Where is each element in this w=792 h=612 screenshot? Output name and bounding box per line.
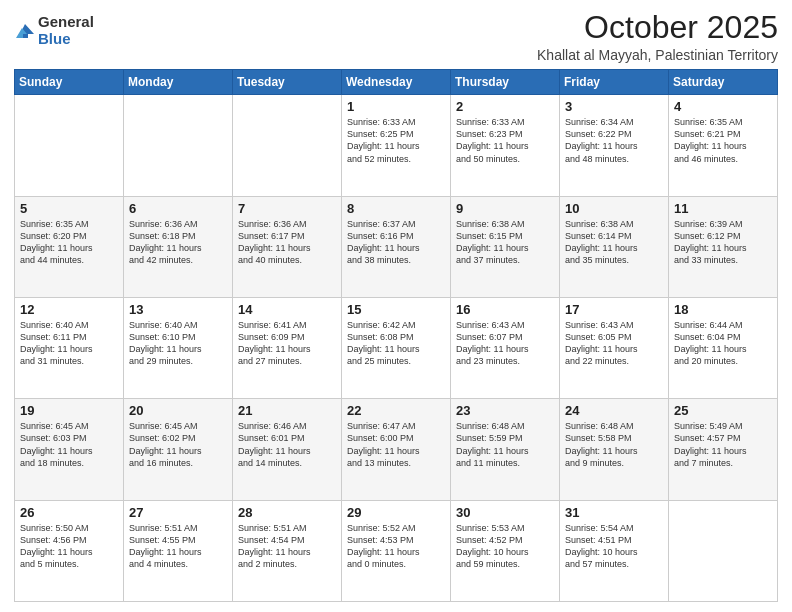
calendar-week-5: 26Sunrise: 5:50 AM Sunset: 4:56 PM Dayli… — [15, 500, 778, 601]
day-number: 29 — [347, 505, 445, 520]
calendar-cell: 26Sunrise: 5:50 AM Sunset: 4:56 PM Dayli… — [15, 500, 124, 601]
day-number: 19 — [20, 403, 118, 418]
calendar-week-3: 12Sunrise: 6:40 AM Sunset: 6:11 PM Dayli… — [15, 297, 778, 398]
day-info: Sunrise: 6:43 AM Sunset: 6:05 PM Dayligh… — [565, 319, 663, 368]
calendar-cell: 5Sunrise: 6:35 AM Sunset: 6:20 PM Daylig… — [15, 196, 124, 297]
page: General Blue October 2025 Khallat al May… — [0, 0, 792, 612]
day-info: Sunrise: 6:38 AM Sunset: 6:15 PM Dayligh… — [456, 218, 554, 267]
calendar-cell: 1Sunrise: 6:33 AM Sunset: 6:25 PM Daylig… — [342, 95, 451, 196]
logo-blue: Blue — [38, 31, 94, 48]
calendar-cell: 14Sunrise: 6:41 AM Sunset: 6:09 PM Dayli… — [233, 297, 342, 398]
day-info: Sunrise: 6:43 AM Sunset: 6:07 PM Dayligh… — [456, 319, 554, 368]
calendar-cell: 13Sunrise: 6:40 AM Sunset: 6:10 PM Dayli… — [124, 297, 233, 398]
day-info: Sunrise: 5:52 AM Sunset: 4:53 PM Dayligh… — [347, 522, 445, 571]
calendar-cell: 11Sunrise: 6:39 AM Sunset: 6:12 PM Dayli… — [669, 196, 778, 297]
day-number: 17 — [565, 302, 663, 317]
day-number: 9 — [456, 201, 554, 216]
calendar-cell: 31Sunrise: 5:54 AM Sunset: 4:51 PM Dayli… — [560, 500, 669, 601]
calendar-cell: 30Sunrise: 5:53 AM Sunset: 4:52 PM Dayli… — [451, 500, 560, 601]
day-info: Sunrise: 6:48 AM Sunset: 5:59 PM Dayligh… — [456, 420, 554, 469]
day-info: Sunrise: 6:37 AM Sunset: 6:16 PM Dayligh… — [347, 218, 445, 267]
calendar-cell: 29Sunrise: 5:52 AM Sunset: 4:53 PM Dayli… — [342, 500, 451, 601]
day-info: Sunrise: 6:45 AM Sunset: 6:03 PM Dayligh… — [20, 420, 118, 469]
calendar-cell: 17Sunrise: 6:43 AM Sunset: 6:05 PM Dayli… — [560, 297, 669, 398]
calendar-cell: 2Sunrise: 6:33 AM Sunset: 6:23 PM Daylig… — [451, 95, 560, 196]
day-info: Sunrise: 6:42 AM Sunset: 6:08 PM Dayligh… — [347, 319, 445, 368]
calendar-cell: 27Sunrise: 5:51 AM Sunset: 4:55 PM Dayli… — [124, 500, 233, 601]
calendar-header-row: SundayMondayTuesdayWednesdayThursdayFrid… — [15, 70, 778, 95]
day-number: 2 — [456, 99, 554, 114]
day-number: 26 — [20, 505, 118, 520]
calendar-cell: 9Sunrise: 6:38 AM Sunset: 6:15 PM Daylig… — [451, 196, 560, 297]
day-info: Sunrise: 6:45 AM Sunset: 6:02 PM Dayligh… — [129, 420, 227, 469]
day-number: 15 — [347, 302, 445, 317]
day-info: Sunrise: 6:33 AM Sunset: 6:23 PM Dayligh… — [456, 116, 554, 165]
day-number: 3 — [565, 99, 663, 114]
day-info: Sunrise: 6:35 AM Sunset: 6:21 PM Dayligh… — [674, 116, 772, 165]
day-info: Sunrise: 6:36 AM Sunset: 6:17 PM Dayligh… — [238, 218, 336, 267]
calendar-cell: 10Sunrise: 6:38 AM Sunset: 6:14 PM Dayli… — [560, 196, 669, 297]
day-number: 22 — [347, 403, 445, 418]
location-title: Khallat al Mayyah, Palestinian Territory — [537, 47, 778, 63]
day-info: Sunrise: 6:44 AM Sunset: 6:04 PM Dayligh… — [674, 319, 772, 368]
calendar-header-thursday: Thursday — [451, 70, 560, 95]
day-number: 14 — [238, 302, 336, 317]
calendar-header-tuesday: Tuesday — [233, 70, 342, 95]
day-number: 10 — [565, 201, 663, 216]
day-number: 8 — [347, 201, 445, 216]
calendar-cell: 28Sunrise: 5:51 AM Sunset: 4:54 PM Dayli… — [233, 500, 342, 601]
calendar-cell: 4Sunrise: 6:35 AM Sunset: 6:21 PM Daylig… — [669, 95, 778, 196]
day-number: 25 — [674, 403, 772, 418]
logo-text: General Blue — [38, 14, 94, 47]
day-info: Sunrise: 6:47 AM Sunset: 6:00 PM Dayligh… — [347, 420, 445, 469]
logo-general: General — [38, 14, 94, 31]
day-number: 6 — [129, 201, 227, 216]
day-number: 13 — [129, 302, 227, 317]
calendar-cell: 6Sunrise: 6:36 AM Sunset: 6:18 PM Daylig… — [124, 196, 233, 297]
day-number: 30 — [456, 505, 554, 520]
calendar-week-2: 5Sunrise: 6:35 AM Sunset: 6:20 PM Daylig… — [15, 196, 778, 297]
day-info: Sunrise: 5:51 AM Sunset: 4:54 PM Dayligh… — [238, 522, 336, 571]
calendar-cell: 24Sunrise: 6:48 AM Sunset: 5:58 PM Dayli… — [560, 399, 669, 500]
day-info: Sunrise: 6:48 AM Sunset: 5:58 PM Dayligh… — [565, 420, 663, 469]
day-info: Sunrise: 6:35 AM Sunset: 6:20 PM Dayligh… — [20, 218, 118, 267]
calendar-cell — [15, 95, 124, 196]
calendar-week-1: 1Sunrise: 6:33 AM Sunset: 6:25 PM Daylig… — [15, 95, 778, 196]
logo-icon — [14, 20, 36, 42]
day-info: Sunrise: 6:39 AM Sunset: 6:12 PM Dayligh… — [674, 218, 772, 267]
calendar-cell: 23Sunrise: 6:48 AM Sunset: 5:59 PM Dayli… — [451, 399, 560, 500]
day-number: 24 — [565, 403, 663, 418]
day-number: 16 — [456, 302, 554, 317]
day-info: Sunrise: 5:53 AM Sunset: 4:52 PM Dayligh… — [456, 522, 554, 571]
calendar-cell: 3Sunrise: 6:34 AM Sunset: 6:22 PM Daylig… — [560, 95, 669, 196]
day-info: Sunrise: 6:40 AM Sunset: 6:11 PM Dayligh… — [20, 319, 118, 368]
day-number: 1 — [347, 99, 445, 114]
logo: General Blue — [14, 14, 94, 47]
calendar-cell: 22Sunrise: 6:47 AM Sunset: 6:00 PM Dayli… — [342, 399, 451, 500]
day-number: 23 — [456, 403, 554, 418]
calendar-cell — [124, 95, 233, 196]
day-number: 11 — [674, 201, 772, 216]
calendar-cell: 16Sunrise: 6:43 AM Sunset: 6:07 PM Dayli… — [451, 297, 560, 398]
day-number: 21 — [238, 403, 336, 418]
day-number: 20 — [129, 403, 227, 418]
day-info: Sunrise: 6:36 AM Sunset: 6:18 PM Dayligh… — [129, 218, 227, 267]
day-number: 4 — [674, 99, 772, 114]
calendar-cell — [233, 95, 342, 196]
calendar-cell: 8Sunrise: 6:37 AM Sunset: 6:16 PM Daylig… — [342, 196, 451, 297]
calendar-cell: 21Sunrise: 6:46 AM Sunset: 6:01 PM Dayli… — [233, 399, 342, 500]
calendar-table: SundayMondayTuesdayWednesdayThursdayFrid… — [14, 69, 778, 602]
calendar-header-wednesday: Wednesday — [342, 70, 451, 95]
header: General Blue October 2025 Khallat al May… — [14, 10, 778, 63]
day-info: Sunrise: 5:49 AM Sunset: 4:57 PM Dayligh… — [674, 420, 772, 469]
day-number: 28 — [238, 505, 336, 520]
day-number: 5 — [20, 201, 118, 216]
calendar-cell: 12Sunrise: 6:40 AM Sunset: 6:11 PM Dayli… — [15, 297, 124, 398]
day-number: 31 — [565, 505, 663, 520]
calendar-cell: 15Sunrise: 6:42 AM Sunset: 6:08 PM Dayli… — [342, 297, 451, 398]
calendar-header-sunday: Sunday — [15, 70, 124, 95]
calendar-header-saturday: Saturday — [669, 70, 778, 95]
calendar-cell: 7Sunrise: 6:36 AM Sunset: 6:17 PM Daylig… — [233, 196, 342, 297]
day-number: 27 — [129, 505, 227, 520]
calendar-cell: 18Sunrise: 6:44 AM Sunset: 6:04 PM Dayli… — [669, 297, 778, 398]
